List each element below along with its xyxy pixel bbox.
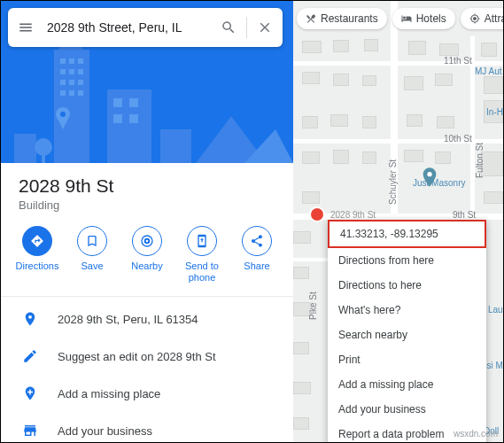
attractions-icon — [469, 13, 480, 24]
add-place-row[interactable]: Add a missing place — [1, 375, 293, 412]
save-button[interactable]: Save — [66, 226, 119, 284]
building — [333, 74, 349, 86]
address-row[interactable]: 2028 9th St, Peru, IL 61354 — [1, 300, 293, 338]
side-panel: 2028 9th St Building Directions Save Nea… — [1, 1, 293, 443]
svg-rect-21 — [129, 98, 138, 107]
poi-label: In-H — [486, 107, 503, 117]
building — [404, 76, 423, 90]
svg-rect-1 — [54, 50, 89, 163]
clear-button[interactable] — [247, 19, 283, 35]
building — [330, 114, 348, 127]
building — [362, 75, 376, 86]
coordinates-item[interactable]: 41.33213, -89.13295 — [328, 220, 486, 248]
building — [302, 41, 322, 53]
svg-point-29 — [427, 172, 431, 176]
svg-rect-20 — [113, 98, 122, 107]
context-menu-item[interactable]: Print — [328, 347, 486, 372]
context-menu-item[interactable]: Directions to here — [328, 273, 486, 298]
building — [364, 39, 378, 51]
store-icon — [22, 423, 38, 439]
street-label: 10th St — [444, 134, 472, 144]
svg-rect-8 — [60, 58, 66, 64]
building — [404, 150, 423, 162]
building — [484, 191, 503, 204]
watermark: wsxdn.com — [454, 429, 498, 439]
place-title: 2028 9th St — [19, 175, 275, 197]
restaurants-chip[interactable]: Restaurants — [297, 8, 387, 29]
svg-rect-15 — [69, 80, 74, 85]
svg-rect-17 — [60, 90, 66, 96]
svg-rect-4 — [160, 129, 191, 163]
pencil-icon — [22, 348, 38, 364]
svg-rect-16 — [78, 80, 83, 85]
location-pin[interactable] — [309, 206, 325, 222]
context-menu-item[interactable]: What's here? — [328, 298, 486, 323]
svg-rect-11 — [60, 69, 66, 74]
context-menu-item[interactable]: Directions from here — [328, 248, 486, 273]
building — [481, 43, 497, 57]
directions-button[interactable]: Directions — [11, 226, 64, 284]
search-input[interactable] — [43, 20, 211, 35]
restaurant-icon — [306, 13, 316, 24]
suggest-edit-row[interactable]: Suggest an edit on 2028 9th St — [1, 338, 293, 375]
building — [407, 114, 423, 127]
building — [408, 41, 426, 55]
building — [435, 74, 453, 86]
search-button[interactable] — [211, 19, 246, 35]
building — [439, 43, 459, 56]
street-label: Pike St — [308, 291, 318, 320]
context-menu-item[interactable]: Search nearby — [328, 323, 486, 347]
svg-rect-13 — [78, 69, 83, 74]
hotel-icon — [401, 13, 412, 24]
send-to-phone-button[interactable]: Send to phone — [175, 226, 229, 284]
building — [302, 191, 320, 204]
building — [362, 116, 376, 128]
svg-rect-12 — [69, 69, 74, 74]
poi-label: Just Masonry — [413, 178, 465, 188]
building — [302, 116, 318, 128]
search-bar — [8, 8, 283, 47]
building — [293, 382, 311, 394]
directions-icon — [30, 234, 44, 248]
building — [302, 152, 320, 164]
chip-row: Restaurants Hotels Attractions — [297, 8, 503, 29]
bookmark-icon — [85, 234, 99, 248]
svg-rect-14 — [60, 80, 66, 85]
menu-button[interactable] — [8, 19, 43, 35]
street-label: 11th St — [444, 56, 472, 66]
nearby-button[interactable]: Nearby — [120, 226, 174, 284]
close-icon — [257, 19, 273, 35]
pin-icon — [22, 311, 38, 327]
context-menu-item[interactable]: Add a missing place — [328, 372, 486, 397]
place-type: Building — [19, 198, 275, 212]
street-label: Schuyler St — [388, 159, 398, 205]
action-row: Directions Save Nearby Send to phone Sha… — [1, 221, 293, 297]
building — [293, 267, 309, 279]
add-business-row[interactable]: Add your business — [1, 412, 293, 443]
street-label: Fulton St — [475, 143, 485, 178]
svg-rect-22 — [113, 114, 122, 123]
svg-rect-19 — [78, 90, 83, 96]
street-label: 9th St — [453, 210, 476, 220]
share-button[interactable]: Share — [230, 226, 283, 284]
add-pin-icon — [22, 385, 38, 401]
svg-rect-23 — [129, 114, 138, 123]
hotels-chip[interactable]: Hotels — [392, 8, 455, 29]
map-canvas[interactable]: 11th St 10th St 9th St 2028 9th St Schuy… — [293, 1, 503, 442]
search-icon — [221, 19, 236, 35]
nearby-icon — [140, 234, 154, 248]
svg-point-25 — [60, 112, 66, 117]
poi-pin[interactable] — [423, 167, 437, 187]
building — [302, 72, 320, 84]
hamburger-icon — [18, 19, 34, 35]
building — [362, 152, 376, 164]
detail-list: 2028 9th St, Peru, IL 61354 Suggest an e… — [1, 297, 293, 443]
building — [437, 116, 454, 128]
building — [333, 40, 349, 52]
attractions-chip[interactable]: Attractions — [461, 8, 503, 29]
share-icon — [250, 234, 264, 248]
phone-icon — [195, 234, 209, 248]
context-menu-item[interactable]: Add your business — [328, 397, 486, 422]
building — [435, 152, 451, 164]
svg-rect-9 — [69, 58, 74, 64]
